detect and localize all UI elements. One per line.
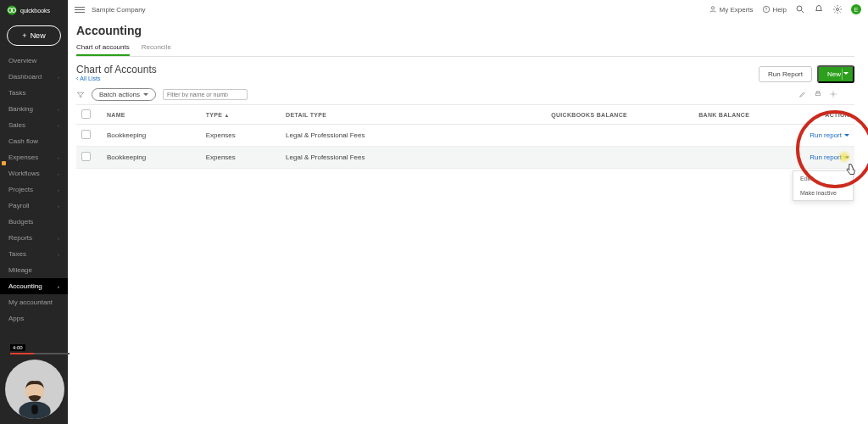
section-title: Chart of Accounts: [76, 64, 157, 75]
settings-cog-icon[interactable]: [829, 90, 837, 100]
row-action-run-report[interactable]: Run report: [810, 153, 849, 161]
nav-label: Banking: [8, 105, 33, 113]
nav-tasks[interactable]: Tasks: [0, 85, 68, 101]
nav-label: Tasks: [8, 89, 25, 97]
nav-my-accountant[interactable]: My accountant: [0, 294, 68, 310]
new-button-label: New: [31, 31, 46, 40]
nav-taxes[interactable]: Taxes›: [0, 246, 68, 262]
presenter-webcam: [5, 360, 64, 419]
nav-budgets[interactable]: Budgets: [0, 214, 68, 230]
svg-rect-13: [816, 91, 819, 92]
list-toolbar: Batch actions: [76, 88, 854, 101]
new-account-button[interactable]: New: [817, 65, 854, 83]
nav-mileage[interactable]: Mileage: [0, 262, 68, 278]
row-name[interactable]: Bookkeeping: [102, 147, 201, 169]
filter-icon[interactable]: [76, 91, 85, 99]
nav-label: Sales: [8, 121, 25, 129]
col-type-label: TYPE: [206, 112, 222, 118]
nav-projects[interactable]: Projects›: [0, 181, 68, 198]
nav-workflows[interactable]: Workflows›: [0, 165, 68, 181]
video-timestamp: 4:00: [10, 344, 25, 351]
my-experts-label: My Experts: [720, 6, 754, 14]
row-action-run-report[interactable]: Run report: [810, 131, 849, 139]
gear-icon[interactable]: [832, 4, 843, 14]
col-name[interactable]: NAME: [102, 105, 201, 125]
nav-apps[interactable]: Apps: [0, 310, 68, 326]
batch-actions-dropdown[interactable]: Batch actions: [92, 88, 156, 101]
nav-label: Projects: [8, 186, 33, 193]
person-icon: [709, 5, 717, 14]
row-action-menu: Edit Make inactive: [793, 170, 854, 201]
row-detail: Legal & Professional Fees: [281, 125, 459, 147]
chevron-left-icon: ‹: [76, 75, 78, 81]
chevron-down-icon[interactable]: [844, 156, 849, 159]
svg-point-14: [832, 92, 835, 95]
svg-point-6: [711, 7, 714, 9]
brand-logo[interactable]: quickbooks: [0, 0, 68, 20]
col-qb-balance[interactable]: QUICKBOOKS BALANCE: [459, 105, 632, 125]
new-button[interactable]: + New: [7, 25, 61, 46]
row-checkbox[interactable]: [81, 130, 91, 139]
nav-banking[interactable]: Banking›: [0, 101, 68, 117]
row-type: Expenses: [201, 125, 281, 147]
col-type[interactable]: TYPE ▲: [201, 105, 281, 125]
svg-line-10: [802, 11, 804, 14]
company-name[interactable]: Sample Company: [92, 6, 146, 14]
main-area: Sample Company My Experts ? Help E Accou…: [68, 0, 868, 424]
col-detail[interactable]: DETAIL TYPE: [281, 105, 459, 125]
row-action-label: Run report: [810, 153, 842, 161]
row-detail: Legal & Professional Fees: [281, 147, 459, 169]
print-icon[interactable]: [814, 90, 822, 100]
nav-label: Expenses: [8, 153, 38, 161]
chevron-down-icon[interactable]: [844, 134, 849, 137]
menu-item-edit[interactable]: Edit: [793, 171, 853, 186]
search-input[interactable]: [163, 89, 248, 100]
col-bank-balance[interactable]: BANK BALANCE: [632, 105, 754, 125]
nav-label: Budgets: [8, 218, 33, 226]
menu-item-make-inactive[interactable]: Make inactive: [793, 186, 853, 200]
sort-asc-icon: ▲: [224, 113, 229, 118]
page-content: Accounting Chart of accounts Reconcile C…: [68, 19, 868, 424]
row-checkbox[interactable]: [81, 152, 91, 161]
nav-label: Overview: [8, 57, 36, 64]
plus-icon: +: [22, 31, 26, 40]
nav-dashboard[interactable]: Dashboard›: [0, 69, 68, 85]
help-link[interactable]: ? Help: [762, 5, 787, 14]
nav-label: Mileage: [8, 266, 32, 274]
nav-accounting[interactable]: Accounting›: [0, 278, 68, 294]
run-report-button[interactable]: Run Report: [759, 66, 812, 82]
nav-label: Payroll: [8, 202, 29, 209]
select-all-checkbox[interactable]: [81, 109, 91, 119]
row-qb-balance: [459, 147, 632, 169]
hamburger-icon[interactable]: [75, 7, 85, 13]
video-progress[interactable]: [10, 353, 70, 354]
nav-expenses[interactable]: Expenses›: [0, 149, 68, 165]
nav-label: Workflows: [8, 170, 40, 177]
row-bank-balance: [632, 125, 754, 147]
nav-sales[interactable]: Sales›: [0, 117, 68, 133]
top-bar: Sample Company My Experts ? Help E: [68, 0, 868, 19]
bell-icon[interactable]: [814, 4, 824, 14]
nav-payroll[interactable]: Payroll›: [0, 198, 68, 214]
nav-overview[interactable]: Overview: [0, 53, 68, 69]
back-all-lists-link[interactable]: ‹All Lists: [76, 75, 157, 81]
page-tabs: Chart of accounts Reconcile: [76, 41, 854, 57]
nav-reports[interactable]: Reports›: [0, 230, 68, 246]
user-avatar[interactable]: E: [851, 4, 861, 14]
search-icon[interactable]: [795, 4, 805, 14]
nav-label: Cash flow: [8, 137, 38, 145]
left-sidebar: quickbooks + New Overview Dashboard› Tas…: [0, 0, 68, 424]
row-bank-balance: [632, 147, 754, 169]
back-link-label: All Lists: [80, 75, 100, 81]
col-action: ACTION: [754, 105, 854, 125]
tab-chart-of-accounts[interactable]: Chart of accounts: [76, 41, 130, 56]
help-label: Help: [773, 6, 787, 14]
nav-label: Apps: [8, 315, 24, 322]
row-name[interactable]: Bookkeeping: [102, 125, 201, 147]
brand-name: quickbooks: [20, 8, 50, 14]
my-experts-link[interactable]: My Experts: [709, 5, 754, 14]
nav-cashflow[interactable]: Cash flow: [0, 133, 68, 149]
tab-reconcile[interactable]: Reconcile: [142, 41, 171, 56]
edit-pencil-icon[interactable]: [798, 90, 807, 100]
nav-label: Dashboard: [8, 73, 42, 81]
